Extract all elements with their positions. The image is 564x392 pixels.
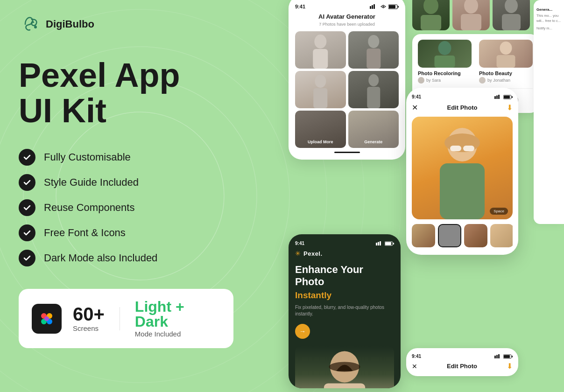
svg-point-35 xyxy=(500,42,512,55)
space-badge: Space xyxy=(490,208,508,215)
feature-item-5: Dark Mode also Included xyxy=(19,250,261,266)
phone2-download-icon[interactable]: ⬇ xyxy=(507,103,513,112)
right-area: 9:41 AI Avatar Generator 7 Photos have b… xyxy=(271,0,564,392)
svg-rect-53 xyxy=(393,243,394,245)
photo-cell-2 xyxy=(348,31,399,69)
svg-rect-12 xyxy=(370,6,371,9)
pexel-brand-name: Pexel. xyxy=(303,250,323,257)
figma-icon xyxy=(32,304,62,334)
svg-point-27 xyxy=(423,0,438,14)
svg-rect-57 xyxy=(494,356,496,358)
photo-cell-1 xyxy=(295,31,346,69)
feature-item-2: Style Guide Included xyxy=(19,174,261,191)
phone2-time: 9:41 xyxy=(412,94,421,99)
svg-rect-44 xyxy=(440,163,485,219)
left-panel: DigiBulbo Pexel App UI Kit Fully Customi… xyxy=(19,0,261,392)
svg-rect-61 xyxy=(504,355,510,358)
svg-rect-28 xyxy=(421,15,441,30)
svg-rect-32 xyxy=(502,14,521,30)
svg-point-15 xyxy=(383,6,384,7)
check-icon-4 xyxy=(19,224,35,241)
svg-point-31 xyxy=(505,0,518,13)
svg-rect-58 xyxy=(496,355,498,358)
svg-rect-59 xyxy=(498,354,500,358)
svg-rect-37 xyxy=(494,96,496,99)
svg-rect-49 xyxy=(378,242,379,246)
phone1-home-bar xyxy=(334,152,360,153)
svg-rect-52 xyxy=(385,242,391,245)
enhance-description: Fix pixelated, blurry, and low-quality p… xyxy=(295,304,394,317)
svg-rect-26 xyxy=(367,87,380,108)
phone2-close-btn[interactable]: ✕ xyxy=(412,103,418,112)
recoloring-thumb xyxy=(418,40,472,68)
feature-item-3: Reuse Components xyxy=(19,199,261,216)
upload-more-label: Upload More xyxy=(308,140,333,144)
phone3-time: 9:41 xyxy=(295,241,304,246)
stat-divider xyxy=(120,307,120,330)
check-icon-3 xyxy=(19,199,35,216)
filter-3[interactable] xyxy=(464,224,487,247)
svg-point-6 xyxy=(34,26,37,28)
stats-card: 60+ Screens Light + Dark Mode Included xyxy=(19,289,233,348)
svg-rect-38 xyxy=(496,96,498,99)
svg-rect-42 xyxy=(512,96,513,98)
phone4-download-icon[interactable]: ⬇ xyxy=(507,362,513,371)
phone3-status xyxy=(376,241,394,246)
svg-point-56 xyxy=(329,362,360,371)
phone1-time: 9:41 xyxy=(295,4,305,9)
right-panel-notify: Notify m... xyxy=(536,26,561,30)
logo-area: DigiBulbo xyxy=(19,13,261,35)
enhance-cta: → xyxy=(295,324,394,339)
svg-rect-48 xyxy=(376,243,377,245)
beauty-title: Photo Beauty xyxy=(479,70,533,76)
photo-cell-upload[interactable]: Upload More xyxy=(295,111,346,148)
svg-rect-39 xyxy=(498,95,500,99)
svg-rect-17 xyxy=(389,5,395,8)
photo-recoloring-item: Photo Recoloring by Sara xyxy=(418,40,472,84)
phone4-status xyxy=(494,354,513,359)
svg-rect-30 xyxy=(461,14,481,30)
phone2-status xyxy=(494,95,513,99)
phone3-person-photo xyxy=(295,346,394,388)
strip-photo-3 xyxy=(493,0,530,30)
phone-enhance: 9:41 ✳ Pexel. Enhance Your Photo Instant… xyxy=(289,234,401,388)
svg-rect-62 xyxy=(512,356,513,357)
svg-rect-14 xyxy=(374,4,375,9)
check-icon-5 xyxy=(19,250,35,266)
svg-rect-34 xyxy=(435,56,455,68)
svg-rect-18 xyxy=(398,6,399,7)
svg-point-11 xyxy=(44,316,49,321)
filter-1[interactable] xyxy=(412,224,435,247)
svg-point-45 xyxy=(444,133,480,152)
hero-title: Pexel App UI Kit xyxy=(19,58,261,128)
brand-name: DigiBulbo xyxy=(46,18,94,30)
right-edge-generate-panel: Genera... This mo... you will... free to… xyxy=(534,0,564,224)
phone4-close-btn[interactable]: ✕ xyxy=(412,363,417,370)
photo-cell-4 xyxy=(348,71,399,108)
svg-rect-20 xyxy=(313,49,328,69)
strip-photo-1 xyxy=(412,0,450,30)
feature-item-1: Fully Customisable xyxy=(19,149,261,166)
features-list: Fully Customisable Style Guide Included … xyxy=(19,149,261,266)
svg-point-19 xyxy=(314,35,326,49)
phone-edit-photo: 9:41 ✕ Edit Photo ⬇ Space xyxy=(406,88,518,255)
svg-rect-13 xyxy=(372,5,373,9)
svg-point-21 xyxy=(368,35,379,48)
recoloring-title: Photo Recoloring xyxy=(418,70,472,76)
filter-4[interactable] xyxy=(490,224,513,247)
svg-rect-36 xyxy=(497,55,515,68)
mode-stat: Light + Dark Mode Included xyxy=(135,299,220,338)
right-panel-title: Genera... xyxy=(536,7,561,12)
filter-2[interactable] xyxy=(438,224,461,247)
svg-point-25 xyxy=(368,74,379,86)
svg-point-33 xyxy=(438,41,451,55)
phone1-title: AI Avatar Generator xyxy=(295,13,399,20)
phone2-main-photo: Space xyxy=(412,117,513,219)
cta-arrow-button[interactable]: → xyxy=(295,324,310,339)
svg-point-23 xyxy=(315,75,326,88)
feature-item-4: Free Font & Icons xyxy=(19,224,261,241)
right-panel-desc: This mo... you will... free to c... xyxy=(536,14,561,23)
enhance-title: Enhance Your Photo xyxy=(295,264,394,288)
check-icon-1 xyxy=(19,149,35,166)
photo-cell-generate[interactable]: Generate xyxy=(348,111,399,148)
